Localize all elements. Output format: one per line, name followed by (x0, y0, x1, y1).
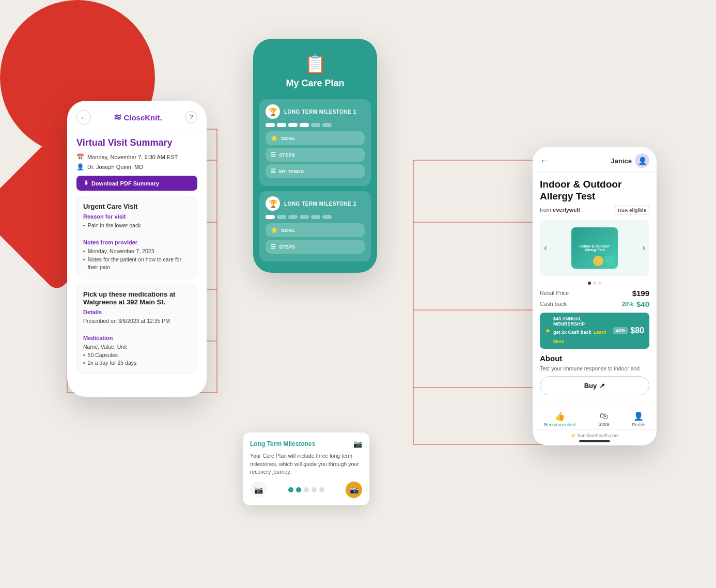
med-qty: 50 Capsules (83, 351, 191, 360)
goal-icon-2: ⭐ (271, 227, 278, 234)
back-button[interactable]: ← (76, 110, 91, 125)
milestone-2-progress (266, 215, 365, 219)
dot-1-6 (322, 123, 332, 127)
tooltip-title: Long Term Milestones (250, 440, 315, 447)
tooltip-cam-btn-right[interactable]: 📷 (346, 482, 362, 498)
tp-dot-3 (304, 487, 309, 492)
tooltip-cam-icon: 📷 (353, 440, 362, 448)
logo-text: CloseKnit. (123, 113, 162, 122)
left-phone-content: Virtual Visit Summary 📅 Monday, November… (67, 130, 207, 386)
date-row: 📅 Monday, November 7, 9:30 AM EST (76, 153, 197, 161)
member-right: 40% $80 (613, 326, 644, 335)
home-indicator (579, 440, 610, 442)
about-title: About (540, 354, 649, 363)
cashback-label: Cash back (540, 301, 567, 307)
care-plan-title: My Care Plan (263, 78, 367, 89)
help-button[interactable]: ? (185, 111, 197, 123)
img-next-button[interactable]: › (642, 242, 645, 253)
steps-row-1: ☰ STEPS (271, 151, 360, 158)
star-icon: ★ (545, 327, 551, 334)
buy-button[interactable]: Buy ↗ (540, 376, 649, 395)
cashback-value: 20% $40 (622, 300, 649, 308)
milestone-2-label: LONG TERM MILESTONE 2 (284, 201, 356, 207)
milestone-2-header: 🏆 LONG TERM MILESTONE 2 (266, 196, 365, 211)
milestone-1-label: LONG TERM MILESTONE 1 (284, 109, 356, 115)
dot-1-3 (288, 123, 298, 127)
date-text: Monday, November 7, 9:30 AM EST (87, 154, 178, 160)
user-name: Janice (611, 157, 632, 165)
steps-label-2: STEPS (279, 244, 295, 250)
tooltip-nav: 📷 📷 (250, 482, 362, 498)
doctor-icon: 👤 (76, 163, 84, 171)
pattern-circle-1 (593, 256, 603, 266)
tasks-card-1: ☰ MY TASKS (266, 164, 365, 178)
allergy-content: Indoor & Outdoor Allergy Test from everl… (533, 173, 657, 407)
visit-summary-title: Virtual Visit Summary (76, 137, 197, 148)
product-box: Indoor & OutdoorAllergy Test (571, 227, 618, 269)
nav-recommended[interactable]: 👍 Recommended (544, 411, 575, 427)
from-brand: from everlywell (540, 207, 580, 213)
img-dot-2 (593, 282, 596, 285)
closeknit-logo: ≋ CloseKnit. (114, 112, 162, 123)
reason-subtitle: Reason for visit (83, 213, 191, 220)
download-label: Download PDF Summary (91, 180, 159, 187)
steps-card-2: ☰ STEPS (266, 240, 365, 254)
care-tooltip: Long Term Milestones 📷 Your Care Plan wi… (243, 432, 369, 505)
steps-icon-2: ☰ (271, 243, 276, 250)
milestone-1-section: 🏆 LONG TERM MILESTONE 1 ⭐ GOAL ☰ (259, 99, 371, 186)
doctor-name: Dr. Joseph Quinn, MD (87, 164, 143, 170)
goal-icon-1: ⭐ (271, 135, 278, 142)
middle-phone: 📋 My Care Plan 🏆 LONG TERM MILESTONE 1 ⭐… (253, 39, 377, 273)
about-section: About Test your immune response to indoo… (540, 354, 649, 373)
membership-badge: 40% (613, 327, 628, 334)
allergy-bottom-nav: 👍 Recommended 🛍 Store 👤 Profile (533, 407, 657, 429)
dot-2-1 (266, 215, 275, 219)
medication-subtitle: Medication (83, 335, 191, 341)
goal-card-1: ⭐ GOAL (266, 131, 365, 145)
tooltip-header: Long Term Milestones 📷 (250, 440, 362, 448)
reason-item: Pain in the lower back (83, 222, 191, 230)
dot-1-5 (311, 123, 320, 127)
left-phone-header: ← ≋ CloseKnit. ? (67, 101, 207, 130)
member-left: ★ $40 ANNUAL MEMBERSHIP get 2x Cash back… (545, 316, 613, 345)
medications-title: Pick up these medications at Walgreens a… (83, 290, 191, 306)
profile-icon: 👤 (633, 411, 644, 421)
goal-row-1: ⭐ GOAL (271, 135, 360, 142)
right-phone: ← Janice 👤 Indoor & Outdoor Allergy Test… (533, 147, 657, 445)
tasks-row-1: ☰ MY TASKS (271, 168, 360, 175)
nav-profile-label: Profile (632, 422, 645, 427)
membership-price: $80 (630, 326, 644, 335)
logo-icon: ≋ (114, 112, 121, 123)
tp-dot-2 (296, 487, 301, 492)
milestone-2-section: 🏆 LONG TERM MILESTONE 2 ⭐ GOAL ☰ (259, 191, 371, 261)
calendar-icon: 📅 (76, 153, 84, 161)
retail-price-label: Retail Price (540, 290, 569, 296)
goal-label-1: GOAL (281, 135, 295, 141)
urgent-care-title: Urgent Care Visit (83, 203, 191, 210)
tooltip-text: Your Care Plan will include three long t… (250, 452, 362, 476)
med-name: Name, Value, Unit (83, 343, 191, 351)
care-plan-icon: 📋 (263, 53, 367, 75)
footer-url: ⚡ frontdoorhealth.com (570, 433, 619, 438)
tp-dot-5 (319, 487, 324, 492)
img-prev-button[interactable]: ‹ (544, 242, 547, 253)
nav-store-label: Store (598, 422, 610, 427)
allergy-back-button[interactable]: ← (540, 156, 549, 166)
membership-banner: ★ $40 ANNUAL MEMBERSHIP get 2x Cash back… (540, 313, 649, 349)
dot-1-1 (266, 123, 275, 127)
medications-section: Pick up these medications at Walgreens a… (76, 284, 197, 374)
nav-store[interactable]: 🛍 Store (598, 411, 610, 427)
brand-name: everlywell (553, 207, 580, 213)
nav-profile[interactable]: 👤 Profile (632, 411, 645, 427)
hsa-badge: HSA eligible (615, 206, 649, 214)
dot-2-3 (288, 215, 298, 219)
tooltip-cam-btn-left[interactable]: 📷 (250, 482, 267, 498)
membership-sub: get 2x Cash back (553, 330, 592, 335)
dot-2-5 (311, 215, 320, 219)
dot-1-4 (300, 123, 309, 127)
user-avatar: 👤 (635, 153, 649, 168)
allergy-user: Janice 👤 (611, 153, 649, 168)
download-button[interactable]: ⬇ Download PDF Summary (76, 176, 197, 191)
dot-2-4 (300, 215, 309, 219)
notes-subtitle: Notes from provider (83, 239, 191, 245)
